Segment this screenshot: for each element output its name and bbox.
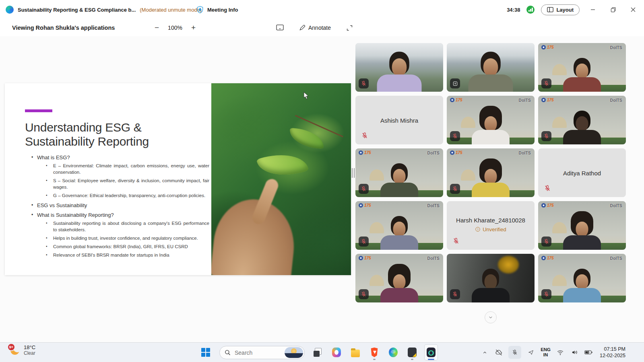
participant-silhouette [375, 269, 423, 302]
175-anniversary-mark: 175 [547, 203, 554, 208]
participant-tile[interactable]: 175DoITS [447, 148, 535, 197]
meeting-timer: 34:38 [507, 7, 520, 13]
close-button[interactable] [626, 3, 640, 16]
meeting-info-button[interactable]: Meeting Info [196, 0, 238, 19]
meeting-title: Sustainability Reporting & ESG Complianc… [18, 7, 136, 13]
notepad-button[interactable] [405, 344, 419, 360]
brave-button[interactable] [367, 344, 381, 360]
webex-meeting-window: Sustainability Reporting & ESG Complianc… [0, 0, 644, 362]
battery-charging-icon[interactable] [584, 346, 593, 358]
participant-silhouette [371, 52, 428, 92]
titlebar-left: Sustainability Reporting & ESG Complianc… [6, 0, 202, 19]
mic-muted-icon [359, 184, 369, 194]
system-tray: ENGIN07:15 PM12-02-2025 [480, 343, 625, 362]
shared-content-stage: Understanding ESG & Sustainability Repor… [0, 36, 644, 343]
slide-bullet: S – Social: Employee welfare, diversity … [46, 177, 209, 190]
titlebar-right: 34:38 Layout [507, 0, 640, 19]
sharing-indicator-icon [450, 78, 460, 88]
slide-bullet: G – Governance: Ethical leadership, tran… [46, 192, 209, 199]
zoom-level: 100% [168, 25, 182, 31]
unverified-badge: ?Unverified [447, 226, 535, 232]
view-options-button[interactable] [274, 24, 286, 32]
chevron-up-icon[interactable] [480, 346, 489, 358]
participant-tile[interactable]: Aditya Rathod [538, 148, 626, 197]
participant-tile[interactable]: 175DoITS [538, 43, 626, 92]
institute-roundel-icon [450, 98, 454, 102]
search-icon [225, 350, 231, 356]
zoom-in-button[interactable]: + [190, 23, 197, 32]
participant-tile[interactable] [447, 254, 535, 302]
bullet-dot [46, 192, 53, 199]
leaf-photo [211, 83, 351, 275]
bullet-dot [46, 220, 53, 233]
bullet-text: Relevance of SEBI's BRSR mandate for sta… [53, 252, 209, 258]
slide-bullet: Sustainability reporting is about disclo… [46, 220, 209, 233]
copilot-button[interactable] [330, 344, 343, 360]
doits-watermark: DoITS [610, 98, 622, 103]
bullet-text: Helps in building trust, investor confid… [53, 235, 209, 241]
slide-bullet: Relevance of SEBI's BRSR mandate for sta… [46, 252, 209, 258]
mic-muted-icon[interactable] [508, 346, 521, 359]
mic-muted-icon [541, 78, 551, 88]
participant-tile[interactable]: 175DoITS [355, 148, 443, 197]
participant-tile[interactable]: 175DoITS [538, 201, 626, 250]
participant-tile[interactable]: 175DoITS [447, 96, 535, 144]
participant-silhouette [466, 111, 515, 144]
search-box[interactable] [219, 346, 305, 359]
clock[interactable]: 07:15 PM12-02-2025 [600, 346, 625, 359]
expand-button[interactable] [344, 24, 355, 32]
participant-tile[interactable]: Ashish Mishra [355, 96, 443, 144]
running-app-indicator [373, 359, 376, 360]
participant-tile[interactable]: Harsh Kharate_24810028?Unverified [447, 201, 535, 250]
scroll-down-button[interactable] [485, 311, 497, 323]
start-button[interactable] [201, 348, 210, 357]
doits-watermark: DoITS [519, 151, 531, 155]
bullet-dot [46, 243, 53, 250]
wifi-icon[interactable] [556, 346, 565, 358]
bullet-dot [46, 162, 53, 175]
iit-roorkee-logo: 175 [541, 98, 554, 102]
task-view-button[interactable] [311, 344, 324, 360]
mic-muted-icon [541, 131, 551, 141]
edge-button[interactable] [386, 344, 400, 360]
iit-roorkee-logo: 175 [359, 150, 371, 155]
bullet-text: Sustainability reporting is about disclo… [53, 220, 209, 233]
layout-button[interactable]: Layout [541, 4, 580, 15]
webex-app-icon [427, 348, 436, 357]
restore-button[interactable] [606, 3, 620, 16]
slide-title-line2: Sustainability Reporting [25, 134, 149, 148]
language-indicator[interactable]: ENGIN [541, 347, 551, 358]
search-input[interactable] [234, 349, 280, 356]
mic-muted-icon [361, 132, 368, 141]
slide-bullet: Common global frameworks: BRSR (India), … [46, 243, 209, 250]
participant-silhouette [558, 111, 606, 144]
file-explorer-button[interactable] [349, 344, 362, 360]
participant-tile[interactable]: 175DoITS [538, 254, 626, 302]
minimize-button[interactable] [586, 3, 600, 16]
layout-grid-icon [547, 7, 553, 12]
connection-quality-icon [526, 6, 535, 14]
onedrive-off-icon[interactable] [494, 346, 503, 358]
zoom-out-button[interactable]: − [153, 23, 161, 32]
copilot-icon [332, 348, 341, 357]
mic-muted-icon [359, 78, 369, 88]
weather-widget[interactable]: 9+ 18°C Clear [10, 344, 35, 356]
participant-tile[interactable]: 175DoITS [355, 201, 443, 250]
participant-tile[interactable] [447, 43, 535, 92]
viewing-label: Viewing Rohan Shukla's applications [12, 19, 115, 36]
institute-roundel-icon [541, 45, 546, 49]
pen-icon [299, 25, 305, 31]
participant-tile[interactable]: 175DoITS [538, 96, 626, 144]
participant-tile[interactable]: 175DoITS [355, 254, 443, 302]
annotate-button[interactable]: Annotate [297, 24, 333, 31]
location-icon[interactable] [526, 346, 535, 358]
volume-icon[interactable] [570, 346, 579, 358]
tray-date: 12-02-2025 [600, 352, 625, 359]
bullet-dot [46, 235, 53, 241]
participant-name: Aditya Rathod [538, 169, 626, 176]
webex-button[interactable] [424, 344, 438, 360]
participant-tile[interactable] [355, 43, 443, 92]
fullscreen-icon [346, 25, 353, 31]
participant-silhouette [375, 216, 423, 250]
active-app-indicator [428, 359, 434, 360]
